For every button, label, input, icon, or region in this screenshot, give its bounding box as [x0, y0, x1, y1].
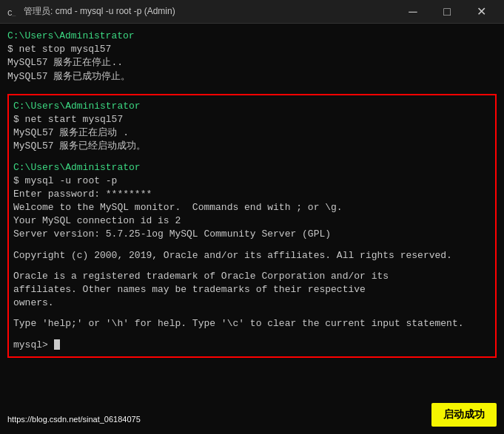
output-line-2: MySQL57 服务已成功停止。: [7, 70, 497, 84]
spacer-6: [13, 331, 491, 339]
app-icon: C _: [6, 6, 18, 18]
output-line-12: owners.: [13, 296, 491, 310]
window-controls: ─ □ ✕: [396, 0, 498, 24]
output-line-10: Oracle is a registered trademark of Orac…: [13, 270, 491, 283]
terminal-window: C _ 管理员: cmd - mysql -u root -p (Admin) …: [0, 0, 504, 434]
path-line-2: C:\Users\Administrator: [13, 100, 491, 113]
cmd-line-2: $ net start mysql57: [13, 113, 491, 126]
spacer-4: [13, 262, 491, 270]
output-line-11: affiliates. Other names may be trademark…: [13, 283, 491, 296]
cmd-line-3: $ mysql -u root -p: [13, 174, 491, 188]
path-line-1: C:\Users\Administrator: [7, 30, 497, 43]
pre-section: C:\Users\Administrator $ net stop mysql5…: [7, 30, 497, 84]
spacer-2: [13, 154, 491, 161]
svg-text:_: _: [11, 10, 16, 18]
path-line-3: C:\Users\Administrator: [13, 161, 491, 174]
mysql-prompt-line: mysql>: [13, 339, 491, 352]
output-line-3: MySQL57 服务正在启动 .: [13, 126, 491, 140]
output-line-13: Type 'help;' or '\h' for help. Type '\c'…: [13, 317, 491, 330]
output-line-9: Copyright (c) 2000, 2019, Oracle and/or …: [13, 249, 491, 262]
title-bar: C _ 管理员: cmd - mysql -u root -p (Admin) …: [0, 0, 504, 24]
output-line-6: Welcome to the MySQL monitor. Commands e…: [13, 201, 491, 214]
spacer-5: [13, 310, 491, 317]
spacer-3: [13, 242, 491, 249]
minimize-button[interactable]: ─: [396, 0, 430, 24]
output-line-5: Enter password: ********: [13, 188, 491, 201]
url-label: https://blog.csdn.net/sinat_06184075: [7, 414, 141, 425]
cursor: [54, 339, 60, 350]
terminal-content: C:\Users\Administrator $ net stop mysql5…: [0, 24, 504, 434]
cmd-line-1: $ net stop mysql57: [7, 43, 497, 56]
highlighted-section: C:\Users\Administrator $ net start mysql…: [7, 94, 497, 358]
output-line-4: MySQL57 服务已经启动成功。: [13, 140, 491, 153]
output-line-1: MySQL57 服务正在停止..: [7, 56, 497, 69]
output-line-7: Your MySQL connection id is 2: [13, 214, 491, 228]
success-badge: 启动成功: [431, 403, 497, 427]
close-button[interactable]: ✕: [464, 0, 498, 24]
output-line-8: Server version: 5.7.25-log MySQL Communi…: [13, 228, 491, 241]
spacer-1: [7, 84, 497, 91]
maximize-button[interactable]: □: [430, 0, 464, 24]
window-title: 管理员: cmd - mysql -u root -p (Admin): [24, 5, 396, 18]
